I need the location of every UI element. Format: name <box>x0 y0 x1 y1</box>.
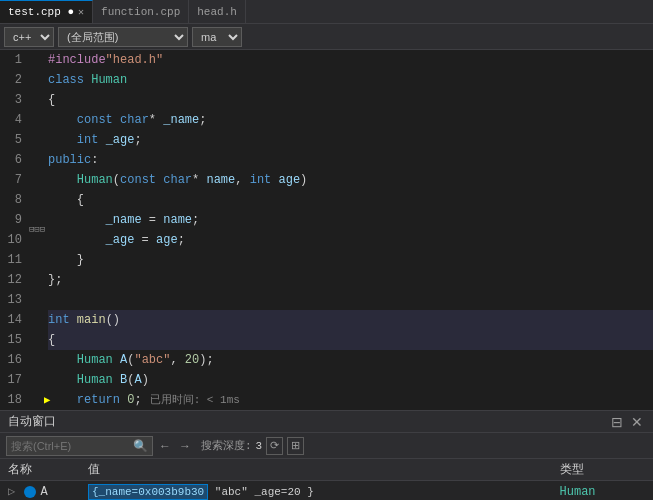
code-line-1: #include"head.h" <box>48 50 653 70</box>
search-button[interactable]: 🔍 <box>133 439 148 453</box>
token: ) <box>300 170 307 190</box>
token: return <box>77 390 120 410</box>
token <box>48 350 77 370</box>
token: ( <box>127 370 134 390</box>
scope-select[interactable]: (全局范围) <box>58 27 188 47</box>
line-num-15: 15 <box>0 330 22 350</box>
token: "abc" <box>134 350 170 370</box>
token: B <box>120 370 127 390</box>
token: int <box>77 130 99 150</box>
language-select[interactable]: c++ <box>4 27 54 47</box>
code-line-9: _name = name; <box>48 210 653 230</box>
editor-toolbar: c++ (全局范围) ma <box>0 24 653 50</box>
token: = <box>134 230 156 250</box>
col-name: 名称 <box>0 459 80 481</box>
col-type: 类型 <box>552 459 653 481</box>
token: ); <box>199 350 213 370</box>
tab-label-test: test.cpp ● <box>8 6 74 18</box>
token: public <box>48 150 91 170</box>
nav-back-button[interactable]: ← <box>157 439 173 453</box>
var-name: A <box>40 485 47 499</box>
table-header: 名称 值 类型 <box>0 459 653 481</box>
line-num-8: 8 <box>0 190 22 210</box>
token: * <box>149 110 163 130</box>
token <box>48 210 106 230</box>
refresh-button[interactable]: ⟳ <box>266 437 283 455</box>
token: ; <box>199 110 206 130</box>
line-num-10: 10 <box>0 230 22 250</box>
line-numbers: 12345678910111213141516171819 <box>0 50 30 410</box>
code-line-13 <box>48 290 653 310</box>
token: ( <box>127 350 134 370</box>
token <box>84 70 91 90</box>
line-num-12: 12 <box>0 270 22 290</box>
vars-table: 名称 值 类型 ▷ A{_name=0x003b9b30 "abc" _age=… <box>0 459 653 500</box>
tab-label-head: head.h <box>197 6 237 18</box>
tab-test[interactable]: test.cpp ●✕ <box>0 0 93 23</box>
token: int <box>250 170 272 190</box>
token: Human <box>91 70 127 90</box>
settings-button[interactable]: ⊞ <box>287 437 304 455</box>
var-type-cell: Human <box>552 481 653 501</box>
panel-controls: ⊟ ✕ <box>609 414 645 430</box>
token: }; <box>48 270 62 290</box>
line-num-6: 6 <box>0 150 22 170</box>
code-line-18: ▶ return 0;已用时间: < 1ms <box>48 390 653 410</box>
code-area[interactable]: #include"head.h"class Human{ const char*… <box>44 50 653 410</box>
line-num-7: 7 <box>0 170 22 190</box>
tab-label-function: function.cpp <box>101 6 180 18</box>
code-line-16: Human A("abc", 20); <box>48 350 653 370</box>
panel-close-button[interactable]: ✕ <box>629 414 645 430</box>
token: , <box>235 170 249 190</box>
code-line-3: { <box>48 90 653 110</box>
token <box>48 130 77 150</box>
tab-head[interactable]: head.h <box>189 0 246 23</box>
token: { <box>48 330 55 350</box>
token: ) <box>142 370 149 390</box>
token: ( <box>113 170 120 190</box>
token: name <box>206 170 235 190</box>
var-expand-icon[interactable]: ▷ <box>8 485 22 499</box>
tab-close-test[interactable]: ✕ <box>78 6 84 18</box>
token <box>113 350 120 370</box>
token <box>156 170 163 190</box>
token: 20 <box>185 350 199 370</box>
symbol-select[interactable]: ma <box>192 27 242 47</box>
nav-forward-button[interactable]: → <box>177 439 193 453</box>
token: name <box>163 210 192 230</box>
var-value-normal: "abc" _age=20 } <box>208 486 314 498</box>
tab-function[interactable]: function.cpp <box>93 0 189 23</box>
table-row[interactable]: ▷ A{_name=0x003b9b30 "abc" _age=20 }Huma… <box>0 481 653 501</box>
code-line-17: Human B(A) <box>48 370 653 390</box>
code-line-11: } <box>48 250 653 270</box>
token: "head.h" <box>106 50 164 70</box>
token: age <box>156 230 178 250</box>
fold-column: ⊟⊟⊟ <box>30 50 44 410</box>
tab-bar: test.cpp ●✕function.cpphead.h <box>0 0 653 24</box>
used-time: 已用时间: < 1ms <box>150 390 240 410</box>
token: main <box>77 310 106 330</box>
line-num-13: 13 <box>0 290 22 310</box>
line-num-18: 18 <box>0 390 22 410</box>
line-num-3: 3 <box>0 90 22 110</box>
token: age <box>279 170 301 190</box>
token: A <box>134 370 141 390</box>
arrow-indicator: ▶ <box>44 390 50 410</box>
token <box>113 370 120 390</box>
token: _name <box>163 110 199 130</box>
line-num-16: 16 <box>0 350 22 370</box>
token: } <box>48 250 84 270</box>
line-num-17: 17 <box>0 370 22 390</box>
panel-float-button[interactable]: ⊟ <box>609 414 625 430</box>
code-line-5: int _age; <box>48 130 653 150</box>
panel-title: 自动窗口 <box>8 413 56 430</box>
token: { <box>48 190 84 210</box>
code-line-8: { <box>48 190 653 210</box>
token: ; <box>192 210 199 230</box>
token: _age <box>106 130 135 150</box>
token: class <box>48 70 84 90</box>
search-input[interactable] <box>11 440 131 452</box>
token: ; <box>134 390 141 410</box>
token: char <box>120 110 149 130</box>
token <box>48 110 77 130</box>
